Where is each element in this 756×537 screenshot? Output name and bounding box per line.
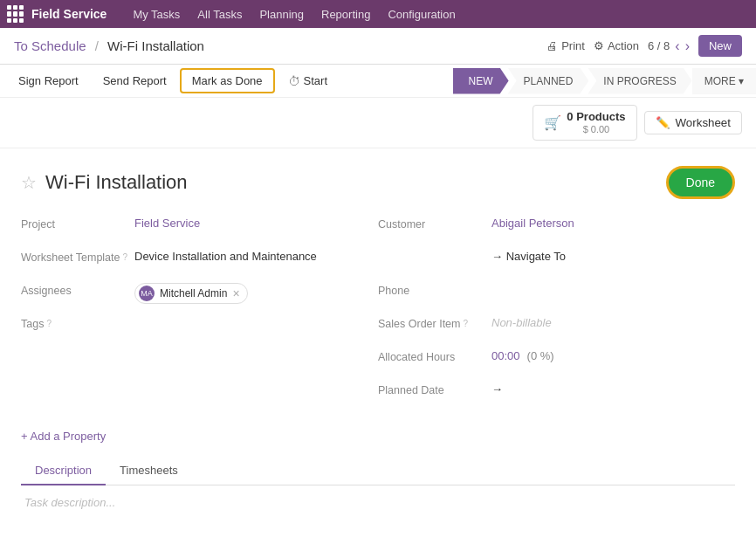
sales-order-value[interactable]: Non-billable <box>491 316 552 329</box>
project-value: Field Service <box>134 217 200 230</box>
breadcrumb: To Schedule / Wi-Fi Installation <box>14 38 204 53</box>
phone-row: Phone <box>378 283 700 306</box>
planned-date-value[interactable]: → <box>491 382 503 396</box>
prev-arrow[interactable]: ‹ <box>675 38 679 54</box>
done-button[interactable]: Done <box>666 166 735 199</box>
customer-value: Abigail Peterson <box>491 217 574 230</box>
form-right: Customer Abigail Peterson → Navigate To … <box>378 217 735 416</box>
customer-row: Customer Abigail Peterson <box>378 217 700 239</box>
allocated-time[interactable]: 00:00 <box>491 349 520 362</box>
new-button[interactable]: New <box>698 35 742 57</box>
worksheet-template-label: Worksheet Template ? <box>21 250 134 264</box>
nav-reporting[interactable]: Reporting <box>313 0 379 28</box>
project-row: Project Field Service <box>21 217 343 239</box>
assignees-row: Assignees MA Mitchell Admin × <box>21 283 343 306</box>
allocated-hours-label: Allocated Hours <box>378 349 491 363</box>
form-grid: Project Field Service Worksheet Template… <box>21 217 735 416</box>
tabs-bar: Description Timesheets <box>21 457 735 485</box>
breadcrumb-separator: / <box>95 38 99 53</box>
sales-order-row: Sales Order Item ? Non-billable <box>378 316 700 339</box>
print-icon: 🖨 <box>546 39 558 52</box>
start-icon: ⏱ <box>288 74 300 88</box>
allocated-hours-row: Allocated Hours 00:00 (0 %) <box>378 349 700 372</box>
cart-icon: 🛒 <box>544 114 561 131</box>
navigate-spacer <box>378 250 491 251</box>
tab-timesheets[interactable]: Timesheets <box>106 457 192 485</box>
task-header: ☆ Wi-Fi Installation Done <box>21 166 735 199</box>
breadcrumb-current: Wi-Fi Installation <box>107 38 204 53</box>
tab-description[interactable]: Description <box>21 457 106 485</box>
worksheet-button[interactable]: ✏️ Worksheet <box>644 111 742 134</box>
add-property-button[interactable]: + Add a Property <box>21 430 735 443</box>
favorite-icon[interactable]: ☆ <box>21 172 37 193</box>
sales-order-help-icon[interactable]: ? <box>463 319 468 328</box>
status-new[interactable]: NEW <box>453 68 509 94</box>
worksheet-icon: ✏️ <box>656 116 670 129</box>
status-planned[interactable]: PLANNED <box>508 68 589 94</box>
products-amount: $ 0.00 <box>567 124 625 135</box>
planned-date-label: Planned Date <box>378 382 491 396</box>
action-button[interactable]: ⚙ Action <box>594 39 639 52</box>
planned-date-row: Planned Date → <box>378 382 700 405</box>
worksheet-template-row: Worksheet Template ? Device Installation… <box>21 250 343 272</box>
breadcrumb-parent[interactable]: To Schedule <box>14 38 86 53</box>
worksheet-help-icon[interactable]: ? <box>122 252 127 262</box>
nav-my-tasks[interactable]: My Tasks <box>124 0 189 28</box>
remove-assignee-button[interactable]: × <box>232 286 239 300</box>
breadcrumb-actions: 🖨 Print ⚙ Action 6 / 8 ‹ › New <box>546 35 742 57</box>
assignees-label: Assignees <box>21 283 134 297</box>
sales-order-label: Sales Order Item ? <box>378 316 491 330</box>
allocated-pct: (0 %) <box>527 349 554 362</box>
form-left: Project Field Service Worksheet Template… <box>21 217 378 416</box>
nav-planning[interactable]: Planning <box>251 0 313 28</box>
app-name: Field Service <box>31 7 107 21</box>
arrow-icon: → <box>491 250 503 263</box>
breadcrumb-bar: To Schedule / Wi-Fi Installation 🖨 Print… <box>0 28 756 65</box>
task-title: Wi-Fi Installation <box>45 171 188 194</box>
navigate-to-row: → Navigate To <box>378 250 700 272</box>
assignee-avatar: MA <box>139 286 155 301</box>
assignee-name: Mitchell Admin <box>160 287 227 299</box>
next-arrow[interactable]: › <box>685 38 690 54</box>
top-nav: Field Service My Tasks All Tasks Plannin… <box>0 0 756 28</box>
products-count: 0 Products <box>567 110 625 124</box>
nav-all-tasks[interactable]: All Tasks <box>189 0 251 28</box>
worksheet-template-value: Device Installation and Maintenance <box>134 250 317 263</box>
assignee-tag: MA Mitchell Admin × <box>134 283 248 304</box>
assignees-value: MA Mitchell Admin × <box>134 283 248 304</box>
tags-help-icon[interactable]: ? <box>46 319 52 328</box>
main-content: ☆ Wi-Fi Installation Done Project Field … <box>0 148 756 537</box>
allocated-hours-value: 00:00 (0 %) <box>491 349 554 362</box>
print-button[interactable]: 🖨 Print <box>546 39 585 52</box>
mark-as-done-button[interactable]: Mark as Done <box>180 68 275 93</box>
sign-report-button[interactable]: Sign Report <box>7 69 90 93</box>
top-actions-row: 🛒 0 Products $ 0.00 ✏️ Worksheet <box>0 98 756 148</box>
customer-label: Customer <box>378 217 491 231</box>
tags-row: Tags ? <box>21 316 343 339</box>
pager: 6 / 8 ‹ › <box>648 38 690 54</box>
products-button[interactable]: 🛒 0 Products $ 0.00 <box>533 105 636 141</box>
status-steps: NEW PLANNED IN PROGRESS MORE ▾ <box>454 68 756 94</box>
send-report-button[interactable]: Send Report <box>92 69 178 93</box>
description-placeholder: Task description... <box>24 496 115 509</box>
nav-configuration[interactable]: Configuration <box>379 0 464 28</box>
combined-bar: Sign Report Send Report Mark as Done ⏱ S… <box>0 65 756 98</box>
project-label: Project <box>21 217 134 231</box>
description-area[interactable]: Task description... <box>21 485 735 537</box>
app-grid-icon[interactable] <box>7 5 24 23</box>
gear-icon: ⚙ <box>594 39 604 52</box>
navigate-to-button[interactable]: → Navigate To <box>491 250 566 263</box>
toolbar: Sign Report Send Report Mark as Done ⏱ S… <box>0 65 346 97</box>
status-more[interactable]: MORE ▾ <box>692 68 756 94</box>
phone-label: Phone <box>378 283 491 297</box>
tags-label: Tags ? <box>21 316 134 330</box>
status-in-progress[interactable]: IN PROGRESS <box>588 68 691 94</box>
start-button[interactable]: ⏱ Start <box>277 69 339 93</box>
